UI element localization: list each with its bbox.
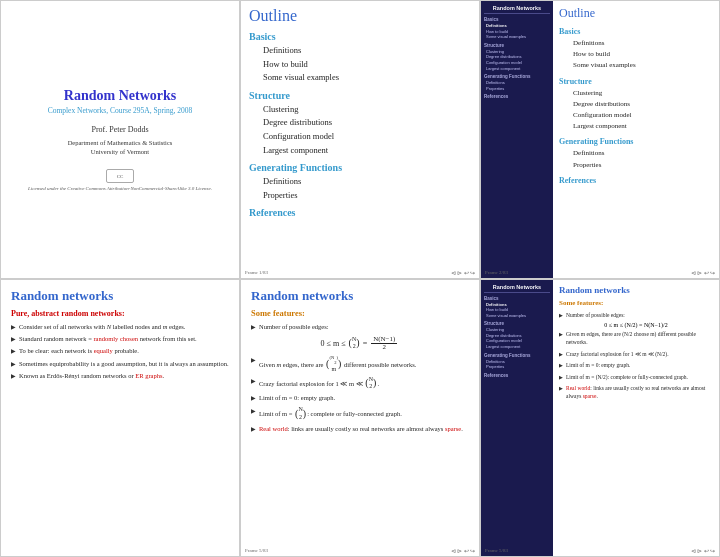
bullet-arrow-icon: ▶ (11, 347, 16, 355)
outline-item: Configuration model (249, 130, 471, 144)
slide-4-title: Random networks (11, 288, 229, 304)
slide-6: Random Networks Basics Definitions How t… (480, 279, 720, 558)
outline-item: Definitions (249, 175, 471, 189)
frame-label: Frame 2/83 (485, 270, 508, 275)
bullet-2: ▶ Standard random network = randomly cho… (11, 334, 229, 343)
bullet-arrow-icon: ▶ (251, 377, 256, 386)
bullet-factorial-sm: ▶ Crazy factorial explosion for 1 ≪ m ≪ … (559, 350, 713, 359)
outline-item: Some visual examples (249, 71, 471, 85)
slide-2: Outline Basics Definitions How to build … (240, 0, 480, 279)
nav-icons[interactable]: ⊲ ⊳ ↩ ↪ (451, 269, 476, 276)
sidebar-section-genfunc: Generating Functions Definitions Propert… (484, 353, 550, 370)
slide-5-subheading: Some features: (251, 308, 469, 318)
slide-1-license: Licensed under the Creative Commons Attr… (28, 186, 212, 191)
slide-4-content: Random networks Pure, abstract random ne… (1, 280, 239, 392)
bullet-arrow-icon: ▶ (251, 394, 256, 403)
slide-1-author: Prof. Peter Dodds (91, 125, 148, 134)
bullet-factorial: ▶ Crazy factorial explosion for 1 ≪ m ≪ … (251, 376, 469, 390)
sidebar-title: Random Networks (484, 284, 550, 293)
bullet-arrow-icon: ▶ (11, 372, 16, 380)
slide-3: Random Networks Basics Definitions How t… (480, 0, 720, 279)
slide-6-content: Random networks Some features: ▶ Number … (553, 280, 719, 557)
sidebar-section-basics: Basics Definitions How to build Some vis… (484, 17, 550, 40)
slide-6-sidebar: Random Networks Basics Definitions How t… (481, 280, 553, 557)
frame-label: Frame 5/83 (245, 548, 268, 553)
bullet-limit-max-sm: ▶ Limit of m = (N/2): complete or fully-… (559, 373, 713, 382)
slide-3-sidebar: Random Networks Basics Definitions How t… (481, 1, 553, 278)
bullet-real-world-sm: ▶ Real world: links are usually costly s… (559, 384, 713, 401)
bullet-4: ▶ Sometimes equiprobability is a good as… (11, 359, 229, 368)
slide-5: Random networks Some features: ▶ Number … (240, 279, 480, 558)
slide-3-content: Outline Basics Definitions How to build … (553, 1, 719, 278)
slide-2-title: Outline (249, 7, 471, 25)
slide-2-footer: Frame 1/83 ⊲ ⊳ ↩ ↪ (241, 269, 479, 276)
nav-icons[interactable]: ⊲ ⊳ ↩ ↪ (691, 547, 716, 554)
frame-label: Frame 1/83 (245, 270, 268, 275)
outline-structure-heading: Structure (249, 90, 471, 101)
bullet-arrow-icon: ▶ (251, 323, 256, 332)
outline-basics-heading: Basics (249, 31, 471, 42)
sidebar-section-structure: Structure Clustering Degree distribution… (484, 321, 550, 349)
slide-5-footer: Frame 5/83 ⊲ ⊳ ↩ ↪ (241, 547, 479, 554)
nav-icons[interactable]: ⊲ ⊳ ↩ ↪ (691, 269, 716, 276)
bullet-arrow-icon: ▶ (11, 335, 16, 343)
outline-item: How to build (249, 58, 471, 72)
slide-2-content: Outline Basics Definitions How to build … (241, 1, 479, 226)
slide-1-content: Random Networks Complex Networks, Course… (1, 1, 239, 278)
bullet-limit-max: ▶ Limit of m = ( N2 ) : complete or full… (251, 406, 469, 420)
slide-4-subheading: Pure, abstract random networks: (11, 309, 229, 318)
bullet-num-edges: ▶ Number of possible edges: (251, 322, 469, 332)
slide-4: Random networks Pure, abstract random ne… (0, 279, 240, 558)
bullet-arrow-icon: ▶ (251, 356, 256, 365)
frame-label: Frame 5/83 (485, 548, 508, 553)
outline-item: Degree distributions (249, 116, 471, 130)
bullet-3: ▶ To be clear: each network is equally p… (11, 346, 229, 355)
bullet-arrow-icon: ▶ (251, 425, 256, 434)
slide-3-title: Outline (559, 6, 713, 21)
bullet-real-world: ▶ Real world: links are usually costly s… (251, 424, 469, 434)
slide-1-title: Random Networks (64, 88, 176, 104)
slide-3-footer: Frame 2/83 ⊲ ⊳ ↩ ↪ (481, 269, 719, 276)
slide-3-wrapper: Random Networks Basics Definitions How t… (481, 1, 719, 278)
slide-6-title: Random networks (559, 285, 713, 295)
sidebar-section-genfunc: Generating Functions Definitions Propert… (484, 74, 550, 91)
frac-N: N(N−1) 2 (371, 336, 397, 351)
outline-references-heading: References (249, 207, 471, 218)
bullet-m-edges: ▶ Given m edges, there are ( (N2)m ) dif… (251, 355, 469, 373)
outline-genfunc-heading: Generating Functions (249, 162, 471, 173)
slide-1-subtitle: Complex Networks, Course 295A, Spring, 2… (48, 106, 193, 115)
slide-5-content: Random networks Some features: ▶ Number … (241, 280, 479, 445)
outline-item: Clustering (249, 103, 471, 117)
bullet-m-edges-sm: ▶ Given m edges, there are (N/2 choose m… (559, 330, 713, 347)
outline-item: Largest component (249, 144, 471, 158)
sidebar-section-refs: References (484, 94, 550, 99)
slide-6-footer: Frame 5/83 ⊲ ⊳ ↩ ↪ (481, 547, 719, 554)
math-formula-small: 0 ≤ m ≤ (N/2) = N(N−1)/2 (559, 322, 713, 328)
bullet-limit-0-sm: ▶ Limit of m = 0: empty graph. (559, 361, 713, 370)
sidebar-section-basics: Basics Definitions How to build Some vis… (484, 296, 550, 319)
slide-5-title: Random networks (251, 288, 469, 304)
math-formula: 0 ≤ m ≤ ( N2 ) = N(N−1) 2 (251, 336, 469, 352)
sidebar-section-refs: References (484, 373, 550, 378)
bullet-arrow-icon: ▶ (251, 407, 256, 416)
slide-1: Random Networks Complex Networks, Course… (0, 0, 240, 279)
bullet-num-edges: ▶ Number of possible edges: (559, 311, 713, 320)
bullet-1: ▶ Consider set of all networks with N la… (11, 322, 229, 331)
binom-N2: ( N2 ) (349, 336, 360, 350)
outline-item: Definitions (249, 44, 471, 58)
nav-icons[interactable]: ⊲ ⊳ ↩ ↪ (451, 547, 476, 554)
bullet-arrow-icon: ▶ (11, 360, 16, 368)
slide-1-dept: Department of Mathematics & Statistics U… (68, 138, 173, 158)
outline-item: Properties (249, 189, 471, 203)
bullet-limit-0: ▶ Limit of m = 0: empty graph. (251, 393, 469, 403)
slide-6-wrapper: Random Networks Basics Definitions How t… (481, 280, 719, 557)
sidebar-title: Random Networks (484, 5, 550, 14)
bullet-5: ▶ Known as Erdős-Rényi random networks o… (11, 371, 229, 380)
sidebar-section-structure: Structure Clustering Degree distribution… (484, 43, 550, 71)
bullet-arrow-icon: ▶ (11, 323, 16, 331)
creative-commons-icon: CC (106, 169, 134, 183)
